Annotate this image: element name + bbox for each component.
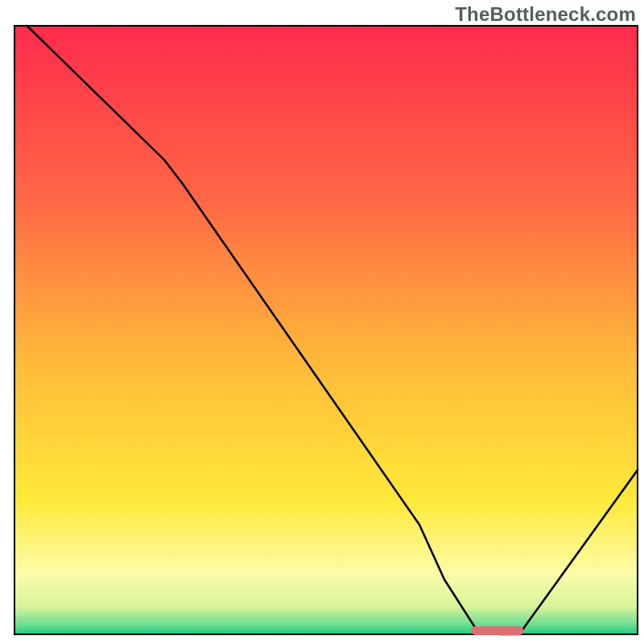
bottleneck-chart: [0, 0, 644, 644]
chart-background-gradient: [14, 26, 638, 634]
chart-container: TheBottleneck.com: [0, 0, 644, 644]
watermark-text: TheBottleneck.com: [455, 3, 636, 26]
